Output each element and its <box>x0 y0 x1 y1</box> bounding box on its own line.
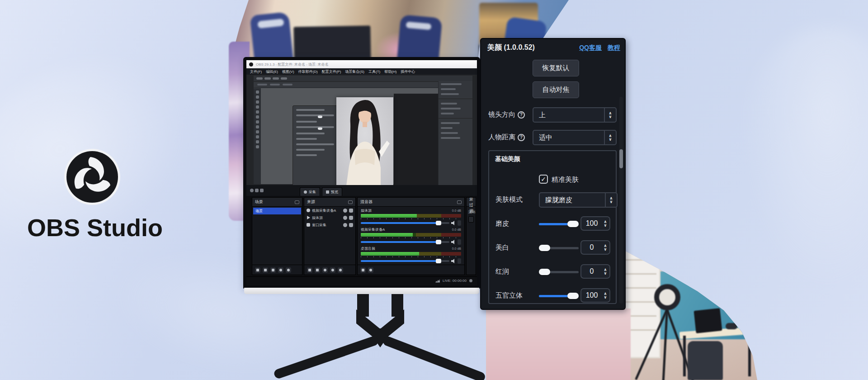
source-row[interactable]: 窗口采集 <box>304 221 355 228</box>
pink-floor-shape <box>486 309 631 380</box>
rosy-slider[interactable] <box>539 271 579 273</box>
menu-view[interactable]: 视图(V) <box>282 69 294 74</box>
person-distance-label: 人物距离 ? <box>488 133 525 142</box>
speaker-shape <box>726 323 737 329</box>
move-up-icon[interactable] <box>278 267 283 273</box>
face-3d-value-spinbox[interactable]: 100 ∧∨ <box>580 288 610 303</box>
obs-titlebar: OBS 29.1.3 - 配置文件: 未命名 - 场景: 未命名 <box>246 60 477 68</box>
dock-strip-icons <box>250 185 264 196</box>
channel-options-icon[interactable] <box>458 220 461 226</box>
select-spinner-icon[interactable]: ∧∨ <box>604 108 616 122</box>
slider-handle[interactable] <box>567 221 579 227</box>
menu-help[interactable]: 帮助(H) <box>384 69 396 74</box>
lock-icon[interactable] <box>349 216 353 220</box>
remove-icon[interactable] <box>315 267 320 273</box>
face-3d-slider[interactable] <box>539 295 579 297</box>
lock-icon[interactable] <box>349 209 353 213</box>
beauty-panel-title: 美颜 (1.0.0.52) <box>487 43 535 52</box>
tutorial-link[interactable]: 教程 <box>608 44 620 52</box>
obs-logo-icon <box>63 148 121 206</box>
channel-options-icon[interactable] <box>458 239 461 245</box>
person-distance-select[interactable]: 适中 ∧∨ <box>533 130 617 145</box>
panel-scrollbar[interactable] <box>619 97 623 304</box>
source-row[interactable]: 视频采集设备A <box>304 207 355 214</box>
mixer-channel: 视频采集设备A0.0 dB <box>358 226 464 245</box>
volume-slider[interactable] <box>361 241 449 243</box>
dock-tab-preview[interactable]: 预览 <box>322 187 342 196</box>
spinbox-arrows-icon[interactable]: ∧∨ <box>602 268 609 275</box>
video-capture-icon <box>307 209 310 212</box>
add-icon[interactable] <box>255 267 260 273</box>
menu-edit[interactable]: 编辑(E) <box>266 69 278 74</box>
volume-slider[interactable] <box>361 222 449 224</box>
speaker-icon[interactable] <box>451 259 456 263</box>
obs-bottom-panels: 场景 场景 来源 <box>246 196 477 276</box>
remove-icon[interactable] <box>263 267 268 273</box>
audio-mixer-panel: 混音器 媒体源0.0 dB 视频采 <box>357 197 465 275</box>
menu-docks[interactable]: 停靠部件(D) <box>298 69 318 74</box>
help-icon[interactable]: ? <box>518 111 525 119</box>
slider-handle[interactable] <box>539 245 550 251</box>
slider-handle[interactable] <box>539 269 550 275</box>
mixer-channel: 媒体源0.0 dB <box>358 207 464 226</box>
restore-defaults-button[interactable]: 恢复默认 <box>533 60 579 76</box>
dock-tab-capture[interactable]: 采集 <box>300 187 320 196</box>
volume-slider[interactable] <box>361 260 449 262</box>
precise-skin-label: 精准美肤 <box>552 176 579 184</box>
move-down-icon[interactable] <box>286 267 291 273</box>
visibility-icon[interactable] <box>343 216 347 220</box>
volume-meter <box>361 233 461 237</box>
camera-direction-select[interactable]: 上 ∧∨ <box>533 107 617 123</box>
properties-icon[interactable] <box>322 267 328 273</box>
skin-mode-select[interactable]: 朦胧磨皮 ∧∨ <box>539 192 618 208</box>
advanced-audio-icon[interactable] <box>368 267 373 273</box>
lock-icon[interactable] <box>349 223 353 227</box>
source-row[interactable]: 媒体源 <box>304 214 355 221</box>
panel-menu-icon[interactable] <box>457 200 462 204</box>
visibility-icon[interactable] <box>343 223 347 227</box>
spinbox-arrows-icon[interactable]: ∧∨ <box>602 244 609 251</box>
slider-handle[interactable] <box>567 293 579 299</box>
precise-skin-checkbox[interactable]: ✓ <box>539 175 548 184</box>
channel-options-icon[interactable] <box>458 258 461 264</box>
panel-scrollbar-thumb[interactable] <box>619 149 623 168</box>
menu-tools[interactable]: 工具(T) <box>368 69 380 74</box>
move-up-icon[interactable] <box>330 267 335 273</box>
panel-menu-icon[interactable] <box>295 200 299 204</box>
whitening-value-spinbox[interactable]: 0 ∧∨ <box>580 240 610 255</box>
spinbox-arrows-icon[interactable]: ∧∨ <box>602 292 609 299</box>
menu-profile[interactable]: 配置文件(P) <box>322 69 341 74</box>
visibility-icon[interactable] <box>343 209 347 213</box>
studio-chair <box>688 341 723 380</box>
mixer-config-icon[interactable] <box>360 267 366 273</box>
whitening-slider[interactable] <box>539 247 579 249</box>
obs-window: OBS 29.1.3 - 配置文件: 未命名 - 场景: 未命名 文件(F) 编… <box>246 60 477 285</box>
record-dot-icon <box>469 279 472 282</box>
spinbox-arrows-icon[interactable]: ∧∨ <box>602 220 609 227</box>
laptop-shape <box>694 308 722 333</box>
speaker-icon[interactable] <box>451 240 456 244</box>
move-down-icon[interactable] <box>338 267 343 273</box>
window-title: OBS 29.1.3 - 配置文件: 未命名 - 场景: 未命名 <box>256 62 328 67</box>
help-icon[interactable]: ? <box>518 134 525 141</box>
menu-file[interactable]: 文件(F) <box>250 69 262 74</box>
duplicate-icon[interactable] <box>270 267 276 273</box>
signal-icon <box>435 279 440 283</box>
scene-transitions-panel: 场景过渡 淡出 <box>466 197 476 275</box>
menu-plugin-center[interactable]: 插件中心 <box>401 69 415 74</box>
speaker-icon[interactable] <box>451 221 456 225</box>
add-icon[interactable] <box>307 267 312 273</box>
panel-menu-icon[interactable] <box>348 200 353 204</box>
rosy-value-spinbox[interactable]: 0 ∧∨ <box>580 264 610 279</box>
menu-scene-collection[interactable]: 场景集合(S) <box>345 69 364 74</box>
select-spinner-icon[interactable]: ∧∨ <box>604 131 616 144</box>
qq-support-link[interactable]: QQ客服 <box>579 44 602 52</box>
ring-light <box>654 284 680 310</box>
autofocus-button[interactable]: 自动对焦 <box>533 81 579 98</box>
smoothing-value-spinbox[interactable]: 100 ∧∨ <box>580 216 610 231</box>
transition-dropdown[interactable] <box>468 216 474 223</box>
scene-item-selected[interactable]: 场景 <box>253 208 301 214</box>
smoothing-slider[interactable] <box>539 223 579 225</box>
select-spinner-icon[interactable]: ∧∨ <box>605 193 617 207</box>
live-status: LIVE: 00:00:00 <box>443 279 467 283</box>
